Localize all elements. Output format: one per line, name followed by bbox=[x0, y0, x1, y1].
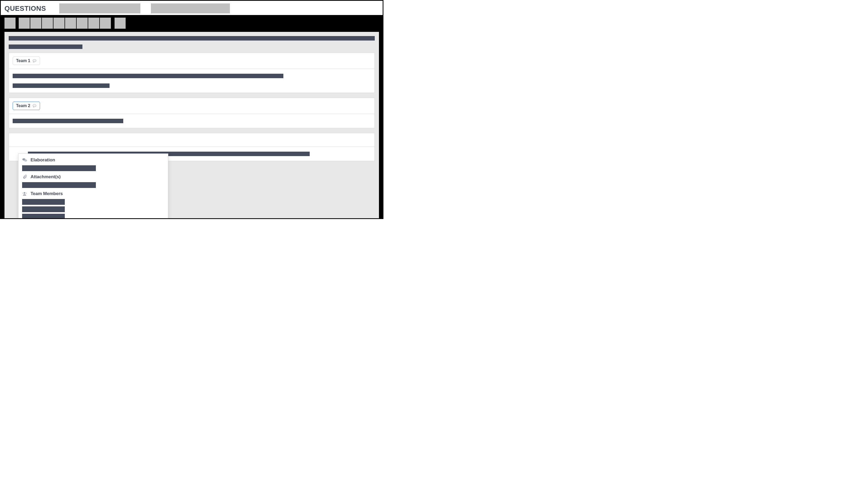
toolbar-button-g6[interactable] bbox=[76, 18, 88, 29]
team-members-section: Team Members bbox=[22, 191, 164, 218]
team-1-answer bbox=[9, 69, 375, 93]
team-card-2: Team 2 bbox=[9, 98, 375, 128]
team-card-3-header bbox=[9, 133, 375, 147]
toolbar-button-g8[interactable] bbox=[100, 18, 111, 29]
attachments-header: Attachment(s) bbox=[22, 174, 164, 180]
svg-point-10 bbox=[24, 192, 25, 194]
team-members-header: Team Members bbox=[22, 191, 164, 196]
team-members-label: Team Members bbox=[30, 191, 63, 196]
elaboration-header: Elaboration bbox=[22, 157, 164, 163]
member-item-2 bbox=[22, 207, 65, 212]
toolbar-button-g3[interactable] bbox=[42, 18, 53, 29]
team-2-answer bbox=[9, 114, 375, 128]
page-title: QUESTIONS bbox=[4, 4, 46, 13]
svg-point-6 bbox=[34, 105, 34, 106]
toolbar bbox=[4, 18, 379, 29]
team-card-1: Team 1 bbox=[9, 53, 375, 93]
header-placeholder-2 bbox=[151, 3, 230, 13]
answer-1-line-1 bbox=[13, 74, 283, 78]
elaboration-section: Elaboration bbox=[22, 157, 164, 171]
main-panel: Team 1 bbox=[1, 15, 383, 218]
elaboration-content bbox=[22, 165, 96, 171]
team-1-badge[interactable]: Team 1 bbox=[13, 57, 40, 65]
svg-point-11 bbox=[23, 193, 24, 194]
member-list bbox=[22, 199, 164, 218]
attachments-section: Attachment(s) bbox=[22, 174, 164, 188]
elaboration-label: Elaboration bbox=[30, 157, 55, 163]
svg-point-2 bbox=[34, 60, 34, 61]
chat-bubbles-icon bbox=[22, 158, 27, 162]
toolbar-button-1[interactable] bbox=[4, 18, 16, 29]
users-icon bbox=[22, 191, 27, 196]
toolbar-button-g2[interactable] bbox=[30, 18, 41, 29]
team-2-badge[interactable]: Team 2 bbox=[13, 102, 40, 110]
header-placeholder-group bbox=[59, 3, 230, 13]
attachment-item[interactable] bbox=[22, 182, 96, 188]
answer-1-line-2 bbox=[13, 83, 110, 88]
toolbar-button-g4[interactable] bbox=[54, 18, 65, 29]
question-line-2 bbox=[9, 44, 82, 49]
toolbar-button-g7[interactable] bbox=[88, 18, 99, 29]
content-area: Team 1 bbox=[4, 32, 379, 218]
attachments-label: Attachment(s) bbox=[30, 174, 60, 180]
comment-icon bbox=[32, 59, 37, 63]
paperclip-icon bbox=[22, 174, 27, 179]
team-card-1-header: Team 1 bbox=[9, 53, 375, 69]
member-item-1 bbox=[22, 199, 65, 205]
svg-point-9 bbox=[24, 159, 27, 162]
toolbar-group bbox=[19, 18, 111, 29]
toolbar-button-2[interactable] bbox=[114, 18, 126, 29]
top-header: QUESTIONS bbox=[1, 1, 383, 15]
question-line-1 bbox=[9, 36, 375, 41]
team-details-popover: Elaboration Attachment(s) bbox=[18, 154, 168, 218]
header-placeholder-1 bbox=[59, 3, 140, 13]
answer-2-line-1 bbox=[13, 119, 123, 123]
app-frame: QUESTIONS bbox=[0, 0, 383, 219]
question-text bbox=[9, 36, 375, 49]
team-2-label: Team 2 bbox=[16, 103, 30, 108]
comment-icon bbox=[32, 104, 37, 108]
toolbar-button-g1[interactable] bbox=[19, 18, 30, 29]
team-card-2-header: Team 2 bbox=[9, 98, 375, 114]
team-1-label: Team 1 bbox=[16, 58, 30, 63]
toolbar-button-g5[interactable] bbox=[65, 18, 76, 29]
svg-point-12 bbox=[26, 193, 27, 194]
member-item-3 bbox=[22, 214, 65, 218]
